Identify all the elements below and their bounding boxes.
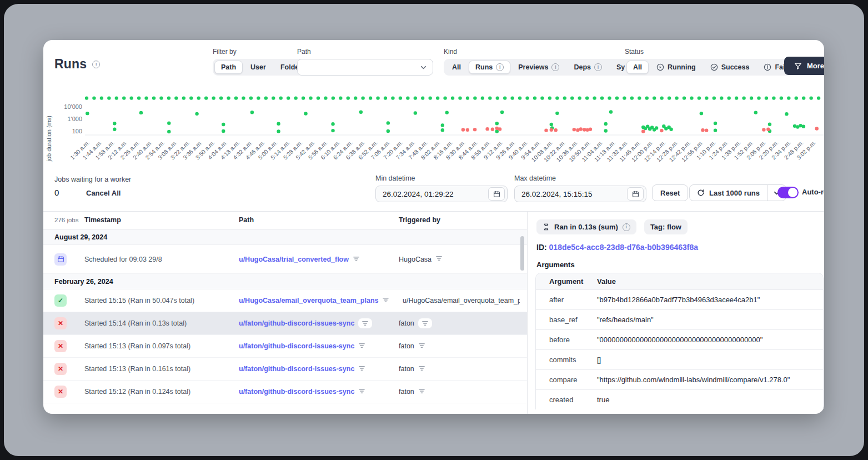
run-id-value[interactable]: 018de5c4-acc8-23d8-d76a-b0b396463f8a [549,243,699,252]
triggered-filter-button[interactable] [418,342,425,351]
argument-key: base_ref [536,310,593,329]
max-datetime-group: Max datetime 26.02.2024, 15:15:15 [514,174,646,202]
triggered-filter-button[interactable] [418,318,432,328]
option-running[interactable]: Running [650,61,703,74]
job-timestamp: Started 15:15 (Ran in 50.047s total) [84,297,194,304]
option-all[interactable]: All [445,61,468,74]
option-previews[interactable]: Previewsi [511,61,566,74]
option-label: Path [221,63,236,71]
chart-ytick: 100 [72,128,82,134]
filter-icon [418,342,425,349]
job-triggered-cell: faton [399,365,425,373]
triggered-filter-button[interactable] [435,255,443,263]
date-group-header: February 26, 2024 [43,274,527,289]
option-all[interactable]: All [626,61,649,74]
option-success[interactable]: Success [704,61,756,74]
job-path-cell: u/faton/github-discord-issues-sync [239,387,365,397]
cancel-all-button[interactable]: Cancel All [86,189,121,197]
filter-icon [382,297,389,303]
min-datetime-group: Min datetime 26.02.2024, 01:29:22 [375,174,508,202]
job-triggered-label: faton [399,388,414,396]
job-path-cell: u/faton/github-discord-issues-sync [239,364,365,374]
argument-row: before"000000000000000000000000000000000… [536,329,823,349]
min-datetime-label: Min datetime [375,174,508,182]
path-select[interactable] [297,59,433,76]
job-row[interactable]: ✕Started 15:14 (Ran in 0.13s total)u/fat… [43,312,527,335]
date-group-label: August 29, 2024 [54,233,107,241]
calendar-icon [493,191,500,198]
option-label: Previews [518,63,548,71]
job-triggered-label: HugoCasa [399,256,432,263]
runs-duration-chart[interactable]: job duration (ms)10'0001'0001001:30 a.m.… [43,88,824,227]
last-runs-button[interactable]: Last 1000 runs [689,184,786,201]
triggered-filter-button[interactable] [418,365,425,373]
option-label: User [250,63,266,71]
argument-row: compare"https://github.com/windmill-labs… [536,369,823,389]
path-filter-button[interactable] [358,318,372,328]
max-datetime-calendar-button[interactable] [627,187,644,201]
argument-row: createdtrue [536,389,823,409]
chart-ytick: 10'000 [64,103,82,110]
more-filters-button[interactable]: More filters [784,57,824,75]
option-deps[interactable]: Depsi [567,61,609,74]
job-path-link[interactable]: u/HugoCasa/trial_converted_flow [239,256,349,263]
job-triggered-cell: HugoCasa [399,255,443,263]
min-datetime-calendar-button[interactable] [488,187,505,201]
arguments-header-row: ArgumentValue [536,273,823,289]
tag-badge-label: Tag: flow [650,223,681,231]
success-icon: ✓ [54,294,67,307]
max-datetime-label: Max datetime [514,174,646,182]
path-filter-button[interactable] [358,387,365,397]
option-user[interactable]: User [244,61,273,74]
triggered-filter-button[interactable] [418,388,425,396]
job-path-cell: u/faton/github-discord-issues-sync [239,318,372,328]
argument-key: commits [536,350,593,369]
info-icon[interactable]: i [92,61,100,68]
job-path-link[interactable]: u/HugoCasa/email_overquota_team_plans [239,297,378,304]
job-path-link[interactable]: u/faton/github-discord-issues-sync [239,319,354,327]
info-icon[interactable]: i [594,63,602,71]
filter-icon [418,365,425,372]
job-row[interactable]: ✕Started 15:13 (Ran in 0.161s total)u/fa… [43,358,527,381]
job-triggered-cell: faton [399,388,425,396]
status-segmented: AllRunningSuccessFailure [625,59,806,76]
option-path[interactable]: Path [214,61,243,74]
last-runs-label: Last 1000 runs [709,189,760,197]
info-icon[interactable]: i [551,63,559,71]
option-label: All [633,63,642,71]
path-filter-button[interactable] [382,296,389,306]
reset-button[interactable]: Reset [652,184,688,201]
job-row[interactable]: ✕Started 15:13 (Ran in 0.097s total)u/fa… [43,335,527,358]
status-label: Status [625,48,806,56]
info-icon[interactable]: i [496,63,504,71]
option-runs[interactable]: Runsi [469,61,510,74]
job-row[interactable]: ✕Started 15:12 (Ran in 0.124s total)u/fa… [43,381,527,403]
job-row[interactable]: ✓Started 15:15 (Ran in 50.047s total)u/H… [43,289,527,312]
argument-value: [] [593,350,823,369]
argument-key: created [536,390,593,409]
path-filter-button[interactable] [358,341,365,351]
option-label: Running [668,63,696,71]
arguments-col-value: Value [593,273,823,289]
job-timestamp: Started 15:13 (Ran in 0.097s total) [84,342,190,350]
path-filter-button[interactable] [353,254,360,264]
hourglass-icon [543,223,550,231]
kind-label: Kind [444,48,653,56]
info-icon[interactable]: i [623,223,630,231]
auto-refresh-toggle[interactable] [777,187,799,198]
job-path-link[interactable]: u/faton/github-discord-issues-sync [239,388,354,396]
jobs-scrollbar-thumb[interactable] [520,236,524,271]
min-datetime-input[interactable]: 26.02.2024, 01:29:22 [375,186,508,202]
job-path-cell: u/faton/github-discord-issues-sync [239,341,365,351]
argument-value: "https://github.com/windmill-labs/windmi… [593,370,823,389]
path-filter-button[interactable] [358,364,365,374]
job-triggered-cell: u/HugoCasa/email_overquota_team_plans [399,297,520,305]
job-path-link[interactable]: u/faton/github-discord-issues-sync [239,342,354,350]
job-triggered-label: u/HugoCasa/email_overquota_team_plans [403,297,520,304]
max-datetime-input[interactable]: 26.02.2024, 15:15:15 [514,186,646,202]
date-group-label: February 26, 2024 [54,278,113,286]
last-runs-main[interactable]: Last 1000 runs [690,185,767,201]
job-timestamp: Started 15:12 (Ran in 0.124s total) [84,388,190,396]
job-path-link[interactable]: u/faton/github-discord-issues-sync [239,365,354,373]
job-row[interactable]: Scheduled for 09:03 29/8u/HugoCasa/trial… [43,245,527,274]
